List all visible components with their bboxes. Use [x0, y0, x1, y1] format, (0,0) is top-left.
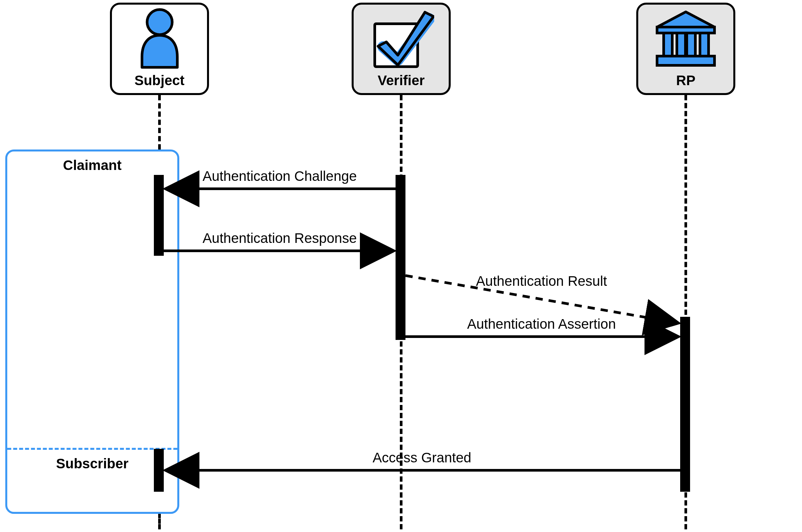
- svg-rect-5: [677, 33, 686, 56]
- svg-rect-7: [700, 33, 709, 56]
- actor-subject: Subject: [110, 3, 209, 95]
- activation-divider: [7, 448, 177, 450]
- svg-rect-4: [664, 33, 672, 56]
- actor-rp-label: RP: [676, 73, 695, 89]
- sequence-diagram: Subject Verifier RP: [0, 0, 802, 532]
- activation-subject: Claimant Subscriber: [5, 150, 179, 514]
- lifeline-subject-lower: [158, 513, 161, 529]
- actor-verifier: Verifier: [352, 3, 451, 95]
- activation-claimant-label: Claimant: [7, 157, 177, 173]
- actor-rp: RP: [636, 3, 735, 95]
- svg-point-0: [147, 10, 172, 35]
- svg-rect-6: [687, 33, 695, 56]
- lifeline-rp: [685, 95, 687, 529]
- svg-marker-2: [657, 12, 714, 27]
- activation-subscriber-label: Subscriber: [7, 456, 177, 472]
- label-auth-challenge: Authentication Challenge: [202, 168, 357, 184]
- label-auth-result: Authentication Result: [476, 273, 607, 289]
- actor-verifier-label: Verifier: [378, 73, 425, 89]
- checkmark-icon: [354, 5, 449, 73]
- person-icon: [112, 5, 207, 73]
- actor-subject-label: Subject: [134, 73, 185, 89]
- label-auth-response: Authentication Response: [203, 230, 357, 246]
- svg-rect-8: [657, 56, 714, 65]
- lifeline-subject: [158, 95, 161, 150]
- label-access-granted: Access Granted: [373, 450, 471, 466]
- label-auth-assertion: Authentication Assertion: [467, 316, 616, 332]
- institution-icon: [638, 5, 733, 73]
